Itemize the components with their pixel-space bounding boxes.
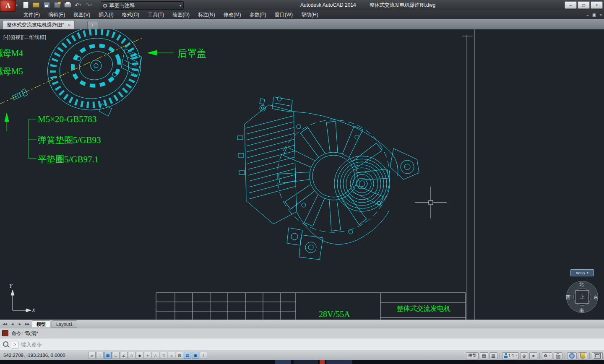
tab-model[interactable]: 模型 <box>32 320 50 328</box>
plot-button[interactable] <box>63 1 72 9</box>
close-icon: × <box>596 3 598 8</box>
menu-tools[interactable]: 工具(T) <box>143 10 168 19</box>
application-menu-button[interactable]: A <box>0 0 16 12</box>
annotation-autoscale-button[interactable]: ∗ <box>529 352 537 359</box>
tab-close-icon[interactable]: × <box>68 23 70 28</box>
layout-nav-first-icon[interactable]: ◀◀ <box>2 321 8 327</box>
redo-button[interactable]: ↷▾ <box>84 1 93 9</box>
dynamic-ucs-toggle[interactable]: △ <box>152 352 159 359</box>
annotation-visibility-icon: ◎ <box>522 354 526 358</box>
taskbar-app-button[interactable] <box>275 360 291 364</box>
doc-restore-icon[interactable]: ▣ <box>592 13 596 17</box>
workspace-dropdown[interactable]: 草图与注释 ▾ <box>101 1 184 10</box>
shield-icon <box>580 353 585 359</box>
quick-view-layouts-button[interactable]: ▤ <box>480 352 488 359</box>
trusted-locations-button[interactable] <box>578 352 587 359</box>
command-input-placeholder[interactable]: 键入命令 <box>21 341 42 348</box>
doc-close-icon[interactable]: × <box>599 13 602 17</box>
label-nut-m5: 螺母M5 <box>0 66 23 77</box>
minimize-button[interactable]: – <box>565 1 577 9</box>
tab-layout1[interactable]: Layout1 <box>52 320 77 328</box>
open-file-button[interactable] <box>31 1 41 9</box>
viewport-controls[interactable]: [-][俯视][二维线框] <box>3 34 47 41</box>
command-line-icon[interactable] <box>2 330 8 336</box>
quick-properties-toggle[interactable]: ▤ <box>184 352 191 359</box>
new-drawing-tab-button[interactable]: + <box>87 21 98 30</box>
cad-drawing <box>0 29 604 320</box>
object-snap-toggle[interactable]: ◇ <box>128 352 135 359</box>
model-space-button[interactable]: 模型 <box>466 352 479 359</box>
menu-edit[interactable]: 编辑(E) <box>44 10 69 19</box>
wcs-arrow-icon: ▾ <box>587 271 588 275</box>
menu-parametric[interactable]: 参数(P) <box>245 10 271 19</box>
grid-toggle[interactable]: ▦ <box>104 352 112 359</box>
new-file-button[interactable] <box>21 1 30 9</box>
polar-tracking-toggle[interactable]: ∠ <box>120 352 128 359</box>
layout-nav-next-icon[interactable]: ▶ <box>17 321 23 327</box>
ortho-toggle[interactable]: ∟ <box>112 352 120 359</box>
ui-lock-button[interactable] <box>554 352 562 359</box>
command-history[interactable]: 命令: *取消* <box>0 328 604 338</box>
object-snap-tracking-icon: + <box>146 354 148 358</box>
command-input-row[interactable] <box>0 338 604 351</box>
rear-cover-drawing <box>38 29 151 121</box>
menu-dimension[interactable]: 标注(N) <box>194 10 219 19</box>
compass-south[interactable]: 南 <box>579 307 584 314</box>
transparency-toggle[interactable]: ▨ <box>176 352 183 359</box>
layout-nav-last-icon[interactable]: ▶▶ <box>24 321 31 327</box>
taskbar-app-icon[interactable] <box>320 360 325 364</box>
doc-minimize-icon[interactable]: – <box>586 13 589 17</box>
taskbar-app-button[interactable] <box>294 360 318 364</box>
viewcube-compass[interactable]: 上 北 南 西 东 <box>565 280 599 314</box>
menu-window[interactable]: 窗口(W) <box>271 10 297 19</box>
compass-west[interactable]: 西 <box>566 294 570 301</box>
menu-insert[interactable]: 插入(I) <box>94 10 117 19</box>
save-as-button[interactable] <box>52 1 62 9</box>
menu-view[interactable]: 视图(V) <box>69 10 94 19</box>
quick-view-drawings-icon: ▥ <box>492 354 495 358</box>
title-bar: ↶▾ ↷▾ 草图与注释 ▾ Autodesk AutoCAD 2014 整体式交… <box>0 0 604 10</box>
menu-help[interactable]: 帮助(H) <box>297 10 323 19</box>
infer-constraints-toggle[interactable]: ▱ <box>88 352 96 359</box>
viewcube-top-face[interactable]: 上 <box>575 290 589 304</box>
quick-view-drawings-button[interactable]: ▥ <box>489 352 497 359</box>
save-button[interactable] <box>42 1 51 9</box>
object-snap-icon: ◇ <box>130 354 133 358</box>
close-button[interactable]: × <box>591 1 603 9</box>
compass-north[interactable]: 北 <box>579 281 584 288</box>
menu-modify[interactable]: 修改(M) <box>219 10 245 19</box>
annotation-monitor-toggle[interactable]: ! <box>200 352 207 359</box>
wcs-dropdown[interactable]: WCS ▾ <box>570 269 594 276</box>
status-bar-right: 模型 ▤ ▥ 1:1 ▾ ◎ ∗ ⚙ ▾ <box>466 352 603 359</box>
annotation-scale-button[interactable]: 1:1 ▾ <box>502 352 519 359</box>
taskbar-app-button[interactable] <box>326 360 352 364</box>
status-toggles: ▱ ∷ ▦ ∟ ∠ ◇ ◆ + △ ▯ ≡ ▨ ▤ ▣ ! <box>88 352 207 359</box>
drawing-tab-active[interactable]: 整体式交流发电机爆炸图* × <box>3 20 75 29</box>
undo-button[interactable]: ↶▾ <box>73 1 83 9</box>
coordinates-readout[interactable]: 542.2709, -193.2186, 0.0000 <box>3 353 65 358</box>
dynamic-input-toggle[interactable]: ▯ <box>160 352 167 359</box>
snap-toggle[interactable]: ∷ <box>96 352 104 359</box>
menu-format[interactable]: 格式(O) <box>118 10 143 19</box>
window-controls: – □ × <box>565 1 603 9</box>
graphics-performance-button[interactable] <box>567 352 577 359</box>
menu-file[interactable]: 文件(F) <box>19 10 44 19</box>
infer-constraints-icon: ▱ <box>91 354 94 358</box>
layout-nav-prev-icon[interactable]: ◀ <box>9 321 16 327</box>
label-flat-washer: 平垫圈5/GB97.1 <box>38 153 99 165</box>
annotation-visibility-button[interactable]: ◎ <box>520 352 528 359</box>
selection-cycling-toggle[interactable]: ▣ <box>192 352 199 359</box>
object-snap-3d-toggle[interactable]: ◆ <box>136 352 143 359</box>
separator <box>539 353 540 359</box>
menu-draw[interactable]: 绘图(D) <box>168 10 194 19</box>
label-spring-washer: 弹簧垫圈5/GB93 <box>38 134 101 146</box>
lineweight-toggle[interactable]: ≡ <box>168 352 175 359</box>
workspace-switch-button[interactable]: ⚙ ▾ <box>542 352 552 359</box>
drawing-canvas[interactable]: [-][俯视][二维线框] 螺母M4 螺母M5 后罩盖 M5×20-GB5783… <box>0 29 604 320</box>
object-snap-tracking-toggle[interactable]: + <box>144 352 151 359</box>
compass-east[interactable]: 东 <box>594 294 598 301</box>
maximize-button[interactable]: □ <box>578 1 590 9</box>
application-menu-arrow-icon[interactable]: ▾ <box>16 3 18 7</box>
clean-screen-button[interactable] <box>592 352 603 359</box>
command-search-icon[interactable] <box>3 341 8 347</box>
